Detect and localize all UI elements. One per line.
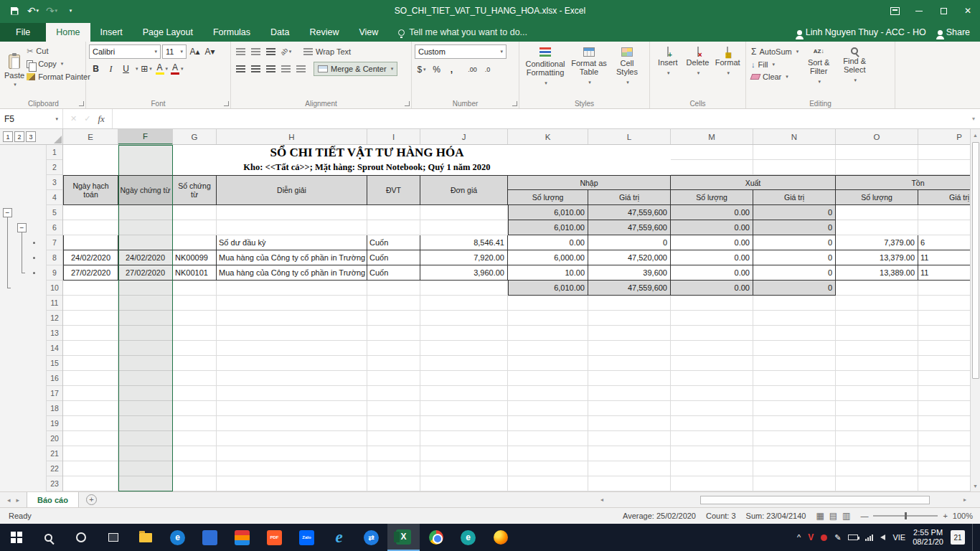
sheet-nav-prev-button[interactable]: ◂ — [7, 496, 11, 504]
qat-customize-button[interactable]: ▾ — [62, 1, 79, 20]
cell-P9[interactable]: 11 — [918, 265, 970, 281]
close-button[interactable]: ✕ — [956, 0, 980, 22]
task-view-button[interactable] — [97, 524, 129, 551]
zoom-slider-thumb[interactable] — [905, 512, 907, 519]
cell-N9[interactable]: 0 — [753, 265, 836, 281]
row-header-1[interactable]: 1 — [47, 145, 62, 160]
fill-button[interactable]: ↓Fill▾ — [749, 59, 801, 70]
align-top-button[interactable] — [234, 44, 248, 59]
wrap-text-button[interactable]: Wrap Text — [301, 46, 353, 57]
ribbon-tab-insert[interactable]: Insert — [90, 23, 133, 42]
cell-F3[interactable]: Ngày chứng từ — [118, 175, 173, 205]
row-header-8[interactable]: 8 — [47, 250, 62, 265]
formula-input[interactable] — [113, 109, 967, 128]
language-indicator[interactable]: VIE — [892, 533, 905, 542]
column-header-H[interactable]: H — [217, 129, 367, 145]
comma-style-button[interactable]: , — [445, 62, 458, 77]
column-header-M[interactable]: M — [671, 129, 753, 145]
cell-M5[interactable]: 0.00 — [671, 205, 753, 220]
number-format-combo[interactable]: Custom▾ — [415, 44, 507, 59]
cell-J8[interactable]: 7,920.00 — [420, 250, 508, 265]
row-header-21[interactable]: 21 — [47, 446, 62, 461]
cell-I9[interactable]: Cuốn — [367, 265, 420, 281]
column-header-P[interactable]: P — [918, 129, 970, 145]
conditional-formatting-button[interactable]: Conditional Formatting▾ — [522, 44, 568, 97]
cell-G3[interactable]: Số chứng từ — [173, 175, 217, 205]
accounting-format-button[interactable]: $▾ — [415, 62, 428, 77]
align-right-button[interactable] — [264, 62, 278, 76]
cell-N8[interactable]: 0 — [753, 250, 836, 265]
tray-calendar-badge[interactable]: 21 — [951, 530, 965, 545]
zoom-out-button[interactable]: — — [860, 512, 868, 520]
cell-I8[interactable]: Cuốn — [367, 250, 420, 265]
column-header-J[interactable]: J — [420, 129, 508, 145]
ribbon-tab-formulas[interactable]: Formulas — [203, 23, 260, 42]
row-header-15[interactable]: 15 — [47, 356, 62, 371]
column-header-I[interactable]: I — [367, 129, 420, 145]
cortana-button[interactable] — [65, 524, 97, 551]
cell-M4[interactable]: Số lượng — [671, 190, 753, 205]
blue-app-button[interactable] — [194, 524, 226, 551]
redo-button[interactable]: ↷▾ — [43, 1, 60, 20]
zoom-level[interactable]: 100% — [953, 512, 973, 520]
cell-H8[interactable]: Mua hàng của Công ty cổ phần in Trường P — [217, 250, 367, 265]
cell-K3[interactable]: Nhập — [508, 175, 671, 190]
row-header-7[interactable]: 7 — [47, 235, 62, 250]
taskbar-clock[interactable]: 2:55 PM 08/21/20 — [913, 528, 943, 547]
cell-E2[interactable]: Kho: <<Tất cả>>; Mặt hàng: Sprout Notebo… — [63, 160, 671, 175]
cell-N7[interactable]: 0 — [753, 235, 836, 250]
scroll-up-icon[interactable]: ▲ — [971, 129, 980, 141]
cell-K7[interactable]: 0.00 — [508, 235, 588, 250]
cell-F7[interactable] — [118, 235, 173, 250]
cancel-icon[interactable]: ✕ — [70, 114, 77, 123]
cell-L10[interactable]: 47,559,600 — [588, 281, 671, 296]
scroll-left-icon[interactable]: ◂ — [597, 496, 607, 503]
row-header-14[interactable]: 14 — [47, 341, 62, 356]
column-header-L[interactable]: L — [588, 129, 671, 145]
cell-E3[interactable]: Ngày hạch toán — [63, 175, 118, 205]
ribbon-tab-file[interactable]: File — [0, 23, 46, 42]
clipboard-dialog-launcher[interactable] — [79, 101, 84, 106]
scroll-right-icon[interactable]: ▸ — [960, 496, 970, 503]
cell-L7[interactable]: 0 — [588, 235, 671, 250]
fill-color-button[interactable]: A▾ — [155, 62, 169, 76]
align-left-button[interactable] — [234, 62, 248, 76]
align-bottom-button[interactable] — [264, 44, 278, 59]
cell-P8[interactable]: 11 — [918, 250, 970, 265]
cell-O4[interactable]: Số lượng — [836, 190, 918, 205]
font-size-combo[interactable]: 11▾ — [162, 44, 187, 59]
cell-L5[interactable]: 47,559,600 — [588, 205, 671, 220]
outline-level-1[interactable]: 1 — [3, 131, 13, 142]
row-header-13[interactable]: 13 — [47, 326, 62, 341]
cell-O8[interactable]: 13,379.00 — [836, 250, 918, 265]
cell-O7[interactable]: 7,379.00 — [836, 235, 918, 250]
cell-L4[interactable]: Giá trị — [588, 190, 671, 205]
cell-M6[interactable]: 0.00 — [671, 220, 753, 235]
volume-icon[interactable] — [880, 534, 885, 540]
sheet-tab-bao-cao[interactable]: Báo cáo — [27, 492, 79, 507]
format-painter-button[interactable]: Format Painter — [24, 71, 93, 83]
chrome-button[interactable] — [420, 524, 452, 551]
row-header-5[interactable]: 5 — [47, 205, 62, 220]
misa-app-button[interactable] — [226, 524, 258, 551]
file-explorer-button[interactable] — [129, 524, 161, 551]
start-button[interactable] — [0, 524, 32, 551]
row-header-16[interactable]: 16 — [47, 371, 62, 386]
cell-K9[interactable]: 10.00 — [508, 265, 588, 281]
ribbon-tab-review[interactable]: Review — [299, 23, 349, 42]
percent-style-button[interactable]: % — [430, 62, 443, 77]
column-header-N[interactable]: N — [753, 129, 836, 145]
tray-red-icon[interactable] — [821, 534, 827, 541]
pdf-app-button[interactable]: PDF — [258, 524, 291, 551]
column-header-E[interactable]: E — [63, 129, 118, 145]
outline-level-2[interactable]: 2 — [14, 131, 24, 142]
minimize-button[interactable] — [907, 0, 931, 22]
cell-J3[interactable]: Đơn giá — [420, 175, 508, 205]
pen-icon[interactable]: ✎ — [834, 533, 841, 542]
italic-button[interactable]: I — [104, 62, 118, 76]
share-button[interactable]: Share — [938, 27, 970, 37]
cell-K8[interactable]: 6,000.00 — [508, 250, 588, 265]
tell-me-box[interactable]: Tell me what you want to do... — [398, 27, 527, 42]
number-dialog-launcher[interactable] — [512, 101, 517, 106]
sheet-nav-next-button[interactable]: ▸ — [17, 496, 20, 504]
